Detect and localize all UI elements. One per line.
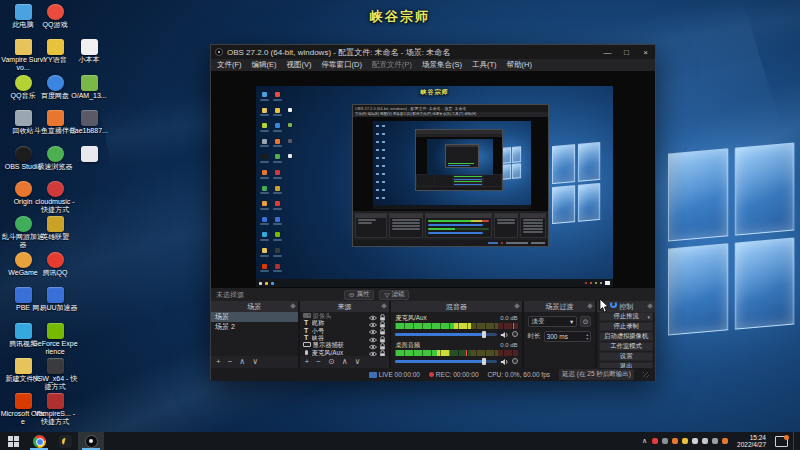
obs-titlebar[interactable]: OBS 27.2.0 (64-bit, windows) - 配置文件: 未命名…: [211, 45, 655, 59]
add-source-icon[interactable]: +: [305, 357, 310, 367]
transitions-dock-title: 场景过渡: [545, 302, 573, 312]
desktop-icon[interactable]: 腾讯QQ: [32, 252, 78, 277]
maximize-button[interactable]: □: [617, 45, 636, 59]
scene-item[interactable]: 场景: [211, 312, 298, 322]
close-button[interactable]: ×: [636, 45, 655, 59]
tray-app-icon[interactable]: [722, 438, 728, 444]
menu-tools[interactable]: 工具(T): [472, 60, 497, 70]
menu-file[interactable]: 文件(F): [217, 60, 242, 70]
eye-icon[interactable]: [369, 343, 377, 356]
desktop-icon[interactable]: O/AM_13...: [66, 75, 112, 100]
desktop-icon-image: [81, 39, 98, 55]
filters-button[interactable]: ▽ 滤镜: [379, 290, 409, 300]
tray-app-icon[interactable]: [702, 438, 708, 444]
desktop-icon-image: [15, 323, 32, 339]
taskbar-app-button[interactable]: [52, 432, 78, 450]
desktop-icon[interactable]: VampireS... - 快捷方式: [32, 393, 78, 426]
lock-icon[interactable]: [379, 343, 386, 356]
tray-app-icon[interactable]: [652, 438, 658, 444]
show-desktop-button[interactable]: [793, 432, 796, 450]
tray-app-icon[interactable]: [692, 438, 698, 444]
transition-select[interactable]: 淡变 ▾: [528, 316, 578, 327]
menu-docks[interactable]: 停靠窗口(D): [322, 60, 362, 70]
volume-slider[interactable]: [395, 333, 496, 336]
resize-grip[interactable]: [643, 372, 649, 378]
desktop-icon[interactable]: 英雄联盟: [32, 216, 78, 241]
source-properties-icon[interactable]: ⊙: [328, 357, 335, 367]
tray-app-icon[interactable]: [682, 438, 688, 444]
remove-scene-icon[interactable]: −: [228, 357, 233, 367]
preview-windows-logo: [552, 142, 600, 224]
control-button-3[interactable]: 启动虚拟摄像机: [599, 332, 653, 341]
tray-app-icon[interactable]: [712, 438, 718, 444]
properties-button[interactable]: ⊙ 属性: [344, 290, 374, 300]
scene-up-icon[interactable]: ∧: [239, 357, 245, 367]
desktop-icon-label: QQ游戏: [32, 21, 78, 29]
delay-status: 延迟 (在 25 秒后断输出): [559, 369, 634, 380]
clock-date: 2022/4/27: [737, 441, 766, 448]
track-options-knob[interactable]: [512, 358, 518, 364]
source-up-icon[interactable]: ∧: [342, 357, 348, 367]
tray-app-icon[interactable]: [662, 438, 668, 444]
scene-item[interactable]: 场景 2: [211, 322, 298, 332]
menu-edit[interactable]: 编辑(E): [252, 60, 277, 70]
desktop-icon-image: [15, 393, 32, 409]
desktop-icon-label: 极速浏览器: [32, 163, 78, 171]
preview2-icons: [382, 125, 385, 203]
menu-help[interactable]: 帮助(H): [507, 60, 532, 70]
desktop-icon[interactable]: [66, 146, 112, 163]
source-item[interactable]: 麦克风/Aux: [300, 348, 390, 355]
tray-app-icon[interactable]: [672, 438, 678, 444]
desktop-icon-label: GeForce Experience: [32, 340, 78, 356]
volume-slider[interactable]: [395, 360, 496, 363]
menu-scene-collection[interactable]: 场景集合(S): [422, 60, 462, 70]
control-button-5[interactable]: 设置: [599, 352, 653, 361]
desktop-icon-label: cloudmusic - 快捷方式: [32, 198, 78, 214]
menu-view[interactable]: 视图(V): [287, 60, 312, 70]
duration-spinbox[interactable]: 300 ms ▴▾: [544, 331, 592, 342]
desktop-icon-label: Bae1b887...: [66, 127, 112, 135]
desktop-icon[interactable]: GeForce Experience: [32, 323, 78, 356]
control-button-4[interactable]: 工作室模式: [599, 342, 653, 351]
start-button[interactable]: [0, 432, 26, 450]
add-scene-icon[interactable]: +: [216, 357, 221, 367]
control-button-2[interactable]: 停止录制: [599, 322, 653, 331]
track-options-knob[interactable]: [512, 331, 518, 337]
transition-gear-button[interactable]: ⊙: [580, 316, 591, 327]
tray-icons: [652, 438, 728, 444]
taskbar-clock[interactable]: 15:24 2022/4/27: [733, 434, 770, 448]
control-button-1[interactable]: 停止推流: [599, 312, 653, 321]
taskbar-obs-button[interactable]: [78, 432, 104, 450]
desktop-icon-image: [15, 4, 32, 20]
desktop-icon[interactable]: cloudmusic - 快捷方式: [32, 181, 78, 214]
scenes-dock-title: 场景: [247, 302, 261, 312]
desktop-icon-image: [81, 110, 98, 126]
desktop-icon-label: VampireS... - 快捷方式: [32, 410, 78, 426]
obs-preview-canvas[interactable]: 峡谷宗师 OBS 27.2.0 (64-bit, windows) - 配置文件…: [211, 71, 655, 288]
desktop-icon-image: [47, 4, 64, 20]
scene-down-icon[interactable]: ∨: [252, 357, 258, 367]
obs-statusbar: LIVE 00:00:00 REC: 00:00:00 CPU: 0.0%, 6…: [211, 368, 655, 381]
source-name: 峡谷: [312, 334, 368, 341]
taskbar-chrome-button[interactable]: [26, 432, 52, 450]
desktop-icon-image: [47, 75, 64, 91]
desktop-icon-label: NSW_x64 - 快捷方式: [32, 375, 78, 391]
desktop-icon[interactable]: 小本本: [66, 39, 112, 64]
desktop-icon[interactable]: NSW_x64 - 快捷方式: [32, 358, 78, 391]
desktop-icon-image: [81, 146, 98, 162]
desktop-icon[interactable]: 网易UU加速器: [32, 287, 78, 312]
source-down-icon[interactable]: ∨: [355, 357, 361, 367]
desktop-icon[interactable]: Bae1b887...: [66, 110, 112, 135]
tray-chevron-icon[interactable]: ∧: [642, 437, 647, 445]
control-button-6[interactable]: 退出: [599, 362, 653, 368]
remove-source-icon[interactable]: −: [316, 357, 321, 367]
menu-profile[interactable]: 配置文件(P): [372, 60, 412, 70]
spinner-arrows-icon[interactable]: ▴▾: [586, 333, 588, 340]
desktop-icon-image: [15, 287, 32, 303]
source-name: 摄像头: [313, 312, 368, 319]
desktop-icon[interactable]: QQ游戏: [32, 4, 78, 29]
track-db: 0.0 dB: [500, 342, 517, 349]
mixer-dock-title: 混音器: [446, 302, 467, 312]
minimize-button[interactable]: —: [598, 45, 617, 59]
action-center-icon[interactable]: [775, 436, 788, 447]
